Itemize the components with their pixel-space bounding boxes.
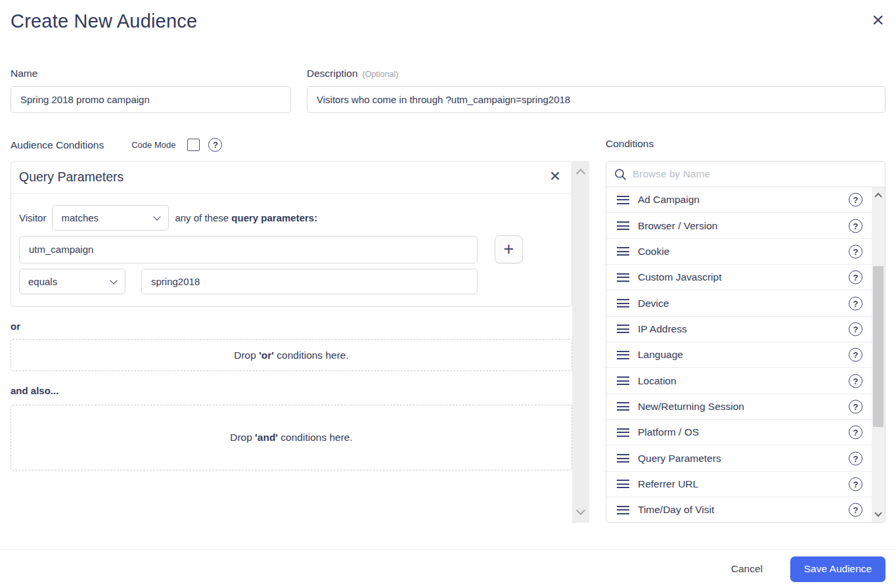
condition-label: Referrer URL	[638, 478, 698, 490]
page-title: Create New Audience	[11, 11, 197, 32]
drag-handle-icon[interactable]	[617, 454, 629, 463]
query-param-value-input[interactable]	[141, 269, 478, 294]
conditions-list: Ad Campaign ? Browser / Version ? Cookie…	[606, 187, 872, 522]
help-icon[interactable]: ?	[849, 426, 862, 440]
visitor-label: Visitor	[19, 212, 46, 223]
code-mode-label: Code Mode	[131, 140, 175, 150]
condition-label: Language	[638, 349, 683, 361]
help-icon[interactable]: ?	[849, 399, 862, 413]
condition-row[interactable]: Cookie ?	[606, 239, 872, 265]
scroll-up-icon[interactable]	[874, 192, 882, 200]
condition-editor-area: Query Parameters × Visitor matches any o…	[11, 161, 589, 523]
code-mode-help-icon[interactable]: ?	[208, 138, 222, 152]
scroll-down-icon[interactable]	[874, 509, 882, 516]
scrollbar-thumb[interactable]	[873, 266, 884, 427]
help-icon[interactable]: ?	[849, 322, 862, 336]
scroll-down-icon[interactable]	[576, 506, 585, 515]
operator-value: equals	[28, 276, 57, 287]
help-icon[interactable]: ?	[849, 193, 862, 207]
close-icon[interactable]: ×	[872, 9, 884, 30]
add-parameter-button[interactable]: +	[495, 235, 523, 263]
condition-row[interactable]: Ad Campaign ?	[606, 187, 872, 213]
help-icon[interactable]: ?	[849, 374, 862, 388]
footer-bar: Cancel Save Audience	[0, 549, 896, 588]
description-label: Description	[307, 68, 358, 79]
or-drop-text: Drop 'or' conditions here.	[234, 350, 349, 361]
and-drop-zone[interactable]: Drop 'and' conditions here.	[11, 405, 572, 470]
condition-row[interactable]: Custom Javascript ?	[606, 265, 872, 290]
condition-label: Browser / Version	[638, 220, 717, 232]
audience-conditions-heading: Audience Conditions	[11, 139, 104, 151]
scroll-up-icon[interactable]	[576, 169, 585, 178]
condition-row[interactable]: Browser / Version ?	[606, 213, 872, 238]
operator-select[interactable]: equals	[19, 269, 125, 294]
condition-label: Custom Javascript	[638, 271, 721, 283]
conditions-heading: Conditions	[606, 138, 654, 150]
condition-row[interactable]: IP Address ?	[606, 317, 872, 342]
create-audience-dialog: Create New Audience × Name Description(O…	[0, 0, 896, 588]
drag-handle-icon[interactable]	[617, 325, 629, 333]
condition-label: New/Returning Session	[638, 401, 744, 413]
drag-handle-icon[interactable]	[617, 376, 629, 385]
condition-label: Cookie	[638, 246, 669, 258]
drag-handle-icon[interactable]	[617, 428, 629, 437]
condition-label: Platform / OS	[638, 426, 699, 438]
condition-label: Time/Day of Visit	[638, 504, 714, 516]
help-icon[interactable]: ?	[849, 244, 862, 258]
condition-label: Ad Campaign	[638, 194, 700, 206]
condition-row[interactable]: Referrer URL ?	[606, 472, 872, 497]
help-icon[interactable]: ?	[849, 271, 862, 284]
condition-row[interactable]: Location ?	[606, 368, 872, 394]
drag-handle-icon[interactable]	[617, 299, 629, 307]
match-type-value: matches	[61, 212, 99, 223]
card-title: Query Parameters	[19, 170, 123, 184]
chevron-down-icon	[110, 277, 117, 284]
help-icon[interactable]: ?	[849, 451, 862, 465]
drag-handle-icon[interactable]	[617, 196, 629, 204]
optional-hint: (Optional)	[363, 70, 399, 79]
condition-label: Device	[638, 298, 669, 309]
query-parameters-card: Query Parameters × Visitor matches any o…	[11, 161, 572, 307]
or-drop-zone[interactable]: Drop 'or' conditions here.	[11, 339, 572, 371]
condition-row[interactable]: Platform / OS ?	[606, 420, 872, 445]
query-param-name-input[interactable]	[19, 236, 478, 263]
right-scrollbar[interactable]	[872, 187, 885, 522]
drag-handle-icon[interactable]	[617, 247, 629, 256]
drag-handle-icon[interactable]	[617, 221, 629, 230]
cancel-button[interactable]: Cancel	[731, 563, 763, 575]
condition-label: Location	[638, 375, 677, 387]
help-icon[interactable]: ?	[849, 503, 862, 517]
conditions-panel: Ad Campaign ? Browser / Version ? Cookie…	[606, 161, 885, 523]
match-suffix-text: any of these query parameters:	[175, 212, 317, 223]
match-type-select[interactable]: matches	[52, 205, 169, 231]
drag-handle-icon[interactable]	[617, 506, 629, 514]
help-icon[interactable]: ?	[849, 348, 862, 362]
help-icon[interactable]: ?	[849, 296, 862, 310]
card-close-icon[interactable]: ×	[550, 167, 560, 185]
drag-handle-icon[interactable]	[617, 273, 629, 282]
name-label: Name	[11, 68, 37, 79]
search-icon	[614, 168, 627, 181]
condition-label: IP Address	[638, 323, 687, 335]
chevron-down-icon	[154, 213, 161, 220]
or-heading: or	[11, 321, 589, 332]
and-heading: and also...	[11, 385, 589, 396]
condition-row[interactable]: Query Parameters ?	[606, 445, 872, 471]
help-icon[interactable]: ?	[849, 219, 862, 233]
drag-handle-icon[interactable]	[617, 480, 629, 488]
condition-row[interactable]: Time/Day of Visit ?	[606, 497, 872, 523]
condition-row[interactable]: New/Returning Session ?	[606, 394, 872, 420]
name-input[interactable]	[11, 86, 291, 113]
and-drop-text: Drop 'and' conditions here.	[230, 432, 353, 443]
code-mode-checkbox[interactable]	[187, 139, 200, 151]
search-input[interactable]	[633, 168, 877, 180]
save-audience-button[interactable]: Save Audience	[790, 556, 885, 582]
description-input[interactable]	[307, 86, 885, 113]
left-scrollbar[interactable]	[572, 161, 589, 523]
help-icon[interactable]: ?	[849, 477, 862, 491]
drag-handle-icon[interactable]	[617, 351, 629, 359]
drag-handle-icon[interactable]	[617, 402, 629, 411]
condition-label: Query Parameters	[638, 453, 721, 464]
condition-row[interactable]: Device ?	[606, 290, 872, 316]
condition-row[interactable]: Language ?	[606, 342, 872, 368]
